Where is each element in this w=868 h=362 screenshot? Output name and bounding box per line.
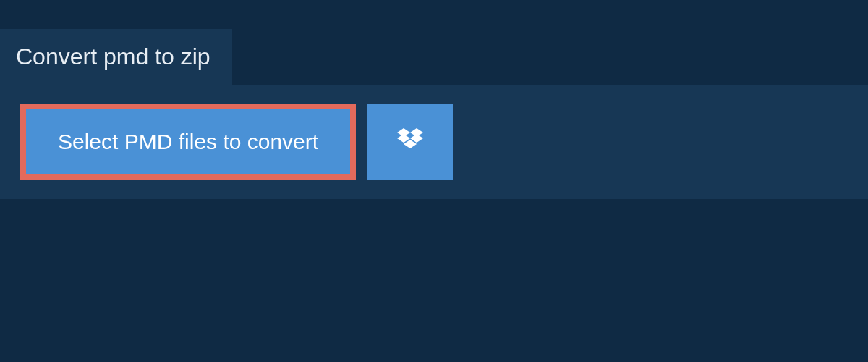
page-title: Convert pmd to zip bbox=[16, 43, 210, 70]
select-files-label: Select PMD files to convert bbox=[58, 130, 318, 154]
dropbox-icon bbox=[397, 128, 423, 156]
page-tab: Convert pmd to zip bbox=[0, 29, 232, 85]
main-panel: Select PMD files to convert bbox=[0, 85, 868, 199]
button-row: Select PMD files to convert bbox=[20, 104, 848, 180]
select-files-button[interactable]: Select PMD files to convert bbox=[20, 104, 356, 180]
dropbox-button[interactable] bbox=[367, 104, 453, 180]
